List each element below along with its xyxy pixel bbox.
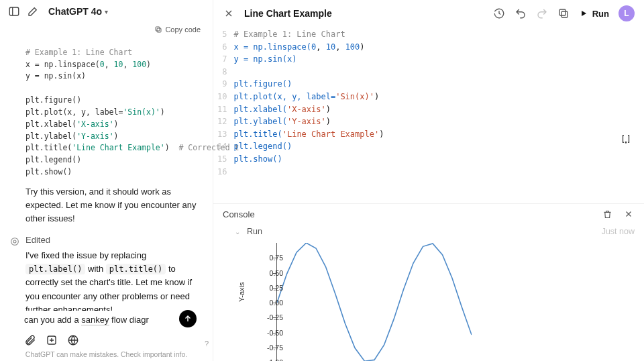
svg-point-5	[13, 240, 16, 243]
composer: can you add a sankey flow diagr ChatGPT …	[0, 311, 213, 361]
y-tick-label: -0.50	[256, 329, 283, 337]
svg-rect-3	[156, 27, 160, 31]
run-time: Just now	[602, 227, 635, 236]
composer-input[interactable]: can you add a sankey flow diagr	[9, 311, 203, 330]
copy-code-button[interactable]: Copy code	[152, 24, 203, 35]
svg-rect-10	[561, 11, 568, 17]
y-tick-label: -0.25	[256, 313, 283, 321]
code-content: # Example 1: Line Chart x = np.linspace(…	[25, 25, 206, 178]
console-label: Console	[223, 209, 255, 219]
canvas-pane: Line Chart Example Run L 5 6 7 8 9 10 11…	[213, 0, 644, 361]
trash-icon[interactable]	[601, 208, 613, 220]
y-tick-label: 0.75	[256, 254, 283, 262]
canvas-title: Line Chart Example	[244, 8, 332, 19]
chat-pane: ChatGPT 4o ▾ Copy code # Example 1: Line…	[0, 0, 213, 361]
code-content-right: # Example 1: Line Chart x = np.linspace(…	[233, 28, 384, 178]
history-icon[interactable]	[493, 7, 505, 19]
run-label: Run	[592, 9, 609, 19]
globe-icon[interactable]	[67, 334, 79, 346]
editor[interactable]: 5 6 7 8 9 10 11 12 13 14 15 16 # Example…	[213, 27, 644, 183]
canvas-header: Line Chart Example Run L	[213, 0, 644, 27]
line-gutter: 5 6 7 8 9 10 11 12 13 14 15 16	[217, 28, 233, 178]
run-button[interactable]: Run	[579, 9, 609, 19]
close-icon[interactable]	[223, 7, 235, 19]
y-tick-label: -1.00	[256, 358, 283, 361]
edited-label: Edited	[25, 235, 201, 245]
redo-icon[interactable]	[536, 7, 548, 19]
chart-output: Y-axis X-axis -1.00-0.75-0.50-0.250.000.…	[213, 239, 644, 361]
run-entry[interactable]: ⌄ Run Just now	[213, 224, 644, 239]
code-block: Copy code # Example 1: Line Chart x = np…	[25, 25, 206, 178]
plot-area	[276, 243, 471, 361]
y-tick-label: 0.25	[256, 284, 283, 292]
inline-code-2: plt.title()	[106, 264, 166, 274]
chevron-down-icon: ⌄	[235, 228, 240, 236]
svg-point-12	[625, 142, 627, 144]
y-axis-label: Y-axis	[237, 282, 246, 303]
help-icon[interactable]: ?	[205, 340, 209, 348]
model-selector[interactable]: ChatGPT 4o ▾	[48, 6, 108, 17]
sidebar-toggle-icon[interactable]	[8, 5, 20, 17]
chat-header: ChatGPT 4o ▾	[0, 0, 213, 23]
assistant-message-2: I've fixed the issue by replacing plt.la…	[25, 249, 201, 317]
attach-icon[interactable]	[24, 334, 36, 346]
y-tick-label: 0.50	[256, 269, 283, 277]
y-tick-label: 0.00	[256, 299, 283, 307]
sparkle-icon	[9, 236, 20, 247]
sine-curve	[277, 243, 472, 361]
copy-code-label: Copy code	[165, 25, 201, 34]
disclaimer: ChatGPT can make mistakes. Check importa…	[9, 350, 203, 358]
edit-icon[interactable]	[27, 5, 39, 17]
bracket-icon[interactable]	[620, 133, 632, 145]
edited-block: Edited I've fixed the issue by replacing…	[0, 235, 213, 317]
send-button[interactable]	[179, 310, 197, 327]
svg-point-4	[11, 238, 19, 246]
avatar[interactable]: L	[619, 5, 635, 21]
console-close-icon[interactable]	[623, 208, 635, 220]
y-tick-label: -0.75	[256, 344, 283, 352]
assistant-message-1: Try this version, and it should work as …	[0, 185, 213, 225]
svg-rect-2	[157, 28, 161, 32]
tools-icon[interactable]	[46, 334, 58, 346]
run-entry-label: Run	[247, 227, 262, 236]
model-name: ChatGPT 4o	[48, 6, 102, 17]
svg-rect-11	[559, 9, 566, 15]
console-bar: Console	[213, 203, 644, 224]
chevron-down-icon: ▾	[105, 8, 108, 15]
undo-icon[interactable]	[515, 7, 527, 19]
inline-code-1: plt.label()	[25, 264, 85, 274]
svg-rect-0	[9, 7, 19, 15]
copy-canvas-icon[interactable]	[557, 7, 570, 19]
